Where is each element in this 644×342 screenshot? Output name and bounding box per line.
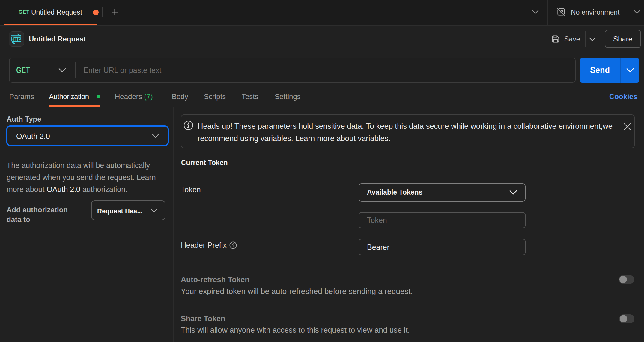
svg-text:HTTP: HTTP <box>11 36 21 42</box>
